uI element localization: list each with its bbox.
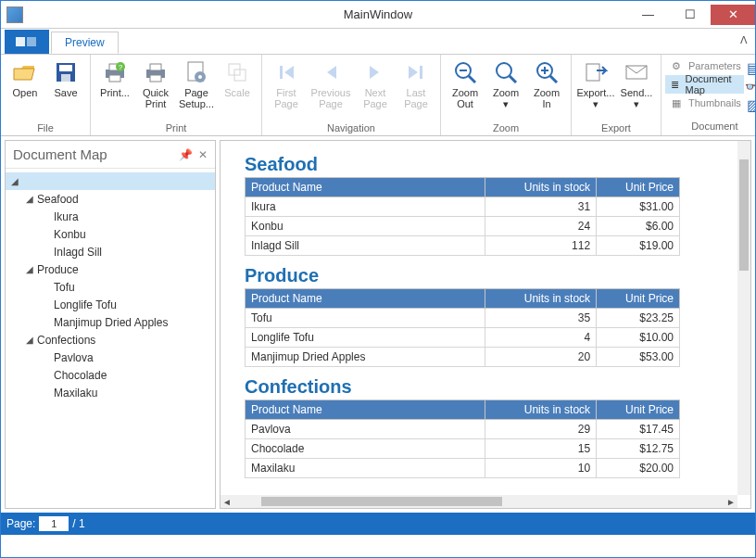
- first-page-button[interactable]: First Page: [266, 57, 307, 112]
- cell-name: Ikura: [246, 197, 485, 217]
- print-label: Print...: [100, 87, 130, 98]
- ribbon-group-export: Export...▾ Send...▾ Export: [572, 55, 662, 135]
- group-label-export: Export: [601, 121, 631, 135]
- tree-item[interactable]: Longlife Tofu: [6, 296, 215, 313]
- quick-print-button[interactable]: Quick Print: [135, 57, 176, 112]
- tree-root[interactable]: ◢: [6, 172, 215, 190]
- envelope-icon: [624, 59, 649, 85]
- tree-item-label: Tofu: [54, 281, 75, 294]
- thumbnails-button[interactable]: ▦Thumbnails: [665, 94, 744, 112]
- cell-units: 29: [485, 420, 597, 439]
- open-button[interactable]: Open: [5, 57, 45, 101]
- document-map-icon: ≣: [668, 76, 682, 93]
- svg-point-15: [198, 75, 202, 79]
- section-title: Seafood: [245, 154, 713, 175]
- cell-units: 4: [485, 328, 597, 348]
- svg-rect-11: [150, 64, 161, 70]
- page-input[interactable]: [39, 516, 69, 531]
- close-button[interactable]: ✕: [711, 5, 755, 25]
- ribbon-collapse-button[interactable]: ᐱ: [740, 34, 748, 46]
- horizontal-scrollbar[interactable]: ◄►: [220, 495, 737, 508]
- parameters-button[interactable]: ⚙Parameters: [665, 57, 744, 75]
- print-button[interactable]: ? Print...: [94, 57, 135, 101]
- tree-group[interactable]: ◢Confections: [6, 331, 215, 349]
- app-menu-button[interactable]: [5, 30, 49, 54]
- svg-line-26: [550, 76, 557, 82]
- pin-icon[interactable]: 📌: [179, 148, 193, 161]
- report-surface[interactable]: SeafoodProduct NameUnits in stockUnit Pr…: [220, 141, 737, 495]
- tab-preview[interactable]: Preview: [51, 32, 119, 54]
- col-header: Units in stock: [485, 178, 597, 197]
- send-button[interactable]: Send...▾: [616, 57, 657, 112]
- svg-rect-1: [27, 37, 36, 46]
- document-map-panel: Document Map 📌 ✕ ◢◢SeafoodIkuraKonbuInla…: [5, 140, 216, 509]
- tree-item[interactable]: Chocolade: [6, 366, 215, 384]
- zoom-in-button[interactable]: Zoom In: [526, 57, 567, 112]
- table-row: Maxilaku10$20.00: [246, 459, 680, 478]
- tree-item-label: Pavlova: [54, 351, 94, 364]
- tree-group[interactable]: ◢Seafood: [6, 190, 215, 208]
- document-map-button[interactable]: ≣Document Map: [665, 75, 744, 94]
- tree-item[interactable]: Manjimup Dried Apples: [6, 313, 215, 331]
- color-icon[interactable]: ▨: [746, 96, 756, 113]
- col-header: Unit Price: [597, 178, 680, 197]
- col-header: Product Name: [246, 289, 485, 309]
- close-panel-icon[interactable]: ✕: [198, 148, 208, 161]
- tree-item-label: Inlagd Sill: [54, 246, 102, 259]
- watermark-icon[interactable]: ▤: [746, 59, 756, 76]
- tree-item-label: Konbu: [54, 228, 86, 241]
- page-setup-label: Page Setup...: [179, 87, 214, 109]
- group-label-print: Print: [166, 121, 187, 135]
- ribbon-group-zoom: Zoom Out Zoom▾ Zoom In Zoom: [441, 55, 572, 135]
- cell-price: $20.00: [597, 459, 680, 478]
- scale-icon: [224, 59, 250, 85]
- report-table: Product NameUnits in stockUnit PriceTofu…: [245, 288, 680, 367]
- thumbnails-icon: ▦: [668, 95, 685, 111]
- search-icon[interactable]: 👓: [746, 78, 756, 95]
- cell-name: Manjimup Dried Apples: [246, 348, 485, 367]
- zoom-out-button[interactable]: Zoom Out: [445, 57, 485, 112]
- col-header: Product Name: [246, 178, 485, 197]
- scroll-right-arrow[interactable]: ►: [724, 497, 737, 507]
- zoom-button[interactable]: Zoom▾: [485, 57, 526, 112]
- table-row: Chocolade15$12.75: [246, 439, 680, 459]
- cell-name: Konbu: [246, 217, 485, 236]
- export-button[interactable]: Export...▾: [575, 57, 616, 112]
- tree-item[interactable]: Tofu: [6, 278, 215, 296]
- vertical-scrollbar[interactable]: [737, 141, 750, 495]
- ribbon: Open Save File ? Print... Quick Print Pa…: [1, 55, 755, 136]
- cell-price: $10.00: [597, 328, 680, 348]
- table-row: Konbu24$6.00: [246, 217, 680, 236]
- document-map-tree[interactable]: ◢◢SeafoodIkuraKonbuInlagd Sill◢ProduceTo…: [6, 169, 215, 508]
- tree-item[interactable]: Inlagd Sill: [6, 243, 215, 260]
- app-icon: [6, 6, 23, 23]
- horizontal-scroll-thumb[interactable]: [261, 497, 502, 506]
- zoom-out-icon: [452, 59, 478, 85]
- svg-rect-18: [280, 66, 283, 79]
- table-row: Inlagd Sill112$19.00: [246, 236, 680, 256]
- tree-item[interactable]: Pavlova: [6, 349, 215, 366]
- group-label-file: File: [37, 121, 54, 135]
- tree-item[interactable]: Ikura: [6, 208, 215, 225]
- next-page-button[interactable]: Next Page: [355, 57, 396, 112]
- ribbon-group-document: ⚙Parameters ≣Document Map ▦Thumbnails ▤ …: [662, 55, 756, 135]
- tree-item-label: Maxilaku: [54, 387, 97, 399]
- svg-point-23: [497, 63, 511, 78]
- minimize-button[interactable]: —: [627, 5, 669, 25]
- save-button[interactable]: Save: [45, 57, 86, 101]
- vertical-scroll-thumb[interactable]: [739, 159, 749, 271]
- last-page-button[interactable]: Last Page: [396, 57, 436, 112]
- report-preview: SeafoodProduct NameUnits in stockUnit Pr…: [220, 140, 751, 509]
- document-map-title: Document Map: [13, 146, 107, 162]
- maximize-button[interactable]: ☐: [669, 5, 711, 25]
- cell-name: Tofu: [246, 309, 485, 328]
- scale-button[interactable]: Scale: [217, 57, 258, 101]
- scroll-left-arrow[interactable]: ◄: [220, 497, 233, 507]
- cell-units: 20: [485, 348, 597, 367]
- tree-group[interactable]: ◢Produce: [6, 260, 215, 278]
- tree-item[interactable]: Konbu: [6, 225, 215, 243]
- tree-item[interactable]: Maxilaku: [6, 384, 215, 401]
- cell-units: 15: [485, 439, 597, 459]
- prev-page-button[interactable]: Previous Page: [307, 57, 355, 112]
- page-setup-button[interactable]: Page Setup...: [176, 57, 217, 112]
